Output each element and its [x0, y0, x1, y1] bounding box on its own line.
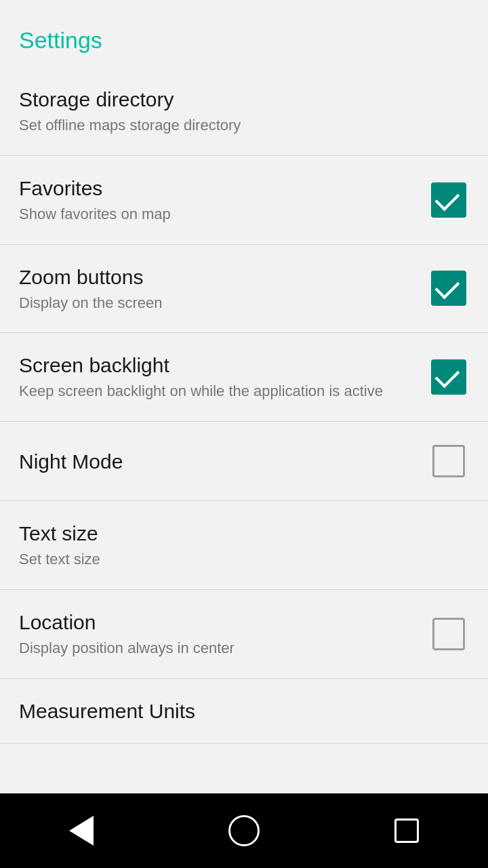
page-title: Settings — [0, 0, 488, 67]
setting-title-text-size: Text size — [19, 520, 455, 547]
setting-text-screen-backlight: Screen backlight Keep screen backlight o… — [19, 352, 428, 402]
setting-item-storage-directory[interactable]: Storage directory Set offline maps stora… — [0, 67, 488, 156]
location-checkbox-unchecked — [432, 618, 465, 650]
recents-button[interactable] — [380, 804, 434, 858]
night-mode-checkbox-unchecked — [432, 445, 465, 477]
setting-text-location: Location Display position always in cent… — [19, 609, 428, 659]
home-button[interactable] — [217, 804, 271, 858]
setting-text-zoom-buttons: Zoom buttons Display on the screen — [19, 264, 428, 314]
setting-subtitle-location: Display position always in center — [19, 638, 415, 659]
setting-subtitle-text-size: Set text size — [19, 549, 455, 570]
setting-text-storage-directory: Storage directory Set offline maps stora… — [19, 86, 469, 136]
setting-item-screen-backlight[interactable]: Screen backlight Keep screen backlight o… — [0, 333, 488, 422]
setting-subtitle-favorites: Show favorites on map — [19, 204, 415, 225]
recents-icon — [394, 818, 419, 843]
setting-text-night-mode: Night Mode — [19, 448, 428, 475]
setting-title-night-mode: Night Mode — [19, 448, 415, 475]
setting-subtitle-zoom-buttons: Display on the screen — [19, 293, 415, 314]
home-icon — [228, 815, 260, 846]
screen-backlight-checkbox[interactable] — [428, 357, 469, 397]
setting-text-favorites: Favorites Show favorites on map — [19, 175, 428, 225]
setting-item-measurement-units[interactable]: Measurement Units — [0, 679, 488, 744]
night-mode-checkbox[interactable] — [428, 441, 469, 481]
setting-title-zoom-buttons: Zoom buttons — [19, 264, 415, 290]
back-button[interactable] — [54, 804, 108, 858]
favorites-checkbox-checked — [431, 182, 466, 218]
setting-item-favorites[interactable]: Favorites Show favorites on map — [0, 156, 488, 245]
zoom-buttons-checkbox[interactable] — [428, 268, 469, 309]
location-checkbox[interactable] — [428, 614, 469, 654]
zoom-buttons-checkbox-checked — [431, 271, 466, 306]
setting-text-text-size: Text size Set text size — [19, 520, 469, 570]
setting-title-screen-backlight: Screen backlight — [19, 352, 415, 378]
screen-backlight-checkbox-checked — [431, 359, 466, 395]
back-icon — [69, 816, 94, 846]
setting-subtitle-storage-directory: Set offline maps storage directory — [19, 115, 455, 136]
setting-item-location[interactable]: Location Display position always in cent… — [0, 590, 488, 679]
setting-title-measurement-units: Measurement Units — [19, 698, 455, 724]
navigation-bar — [0, 793, 488, 868]
setting-title-storage-directory: Storage directory — [19, 86, 455, 113]
setting-text-measurement-units: Measurement Units — [19, 698, 469, 724]
setting-item-text-size[interactable]: Text size Set text size — [0, 501, 488, 590]
favorites-checkbox[interactable] — [428, 180, 469, 220]
setting-title-favorites: Favorites — [19, 175, 415, 201]
setting-title-location: Location — [19, 609, 415, 635]
setting-item-night-mode[interactable]: Night Mode — [0, 422, 488, 501]
setting-item-zoom-buttons[interactable]: Zoom buttons Display on the screen — [0, 245, 488, 334]
setting-subtitle-screen-backlight: Keep screen backlight on while the appli… — [19, 381, 415, 402]
settings-list: Storage directory Set offline maps stora… — [0, 67, 488, 793]
